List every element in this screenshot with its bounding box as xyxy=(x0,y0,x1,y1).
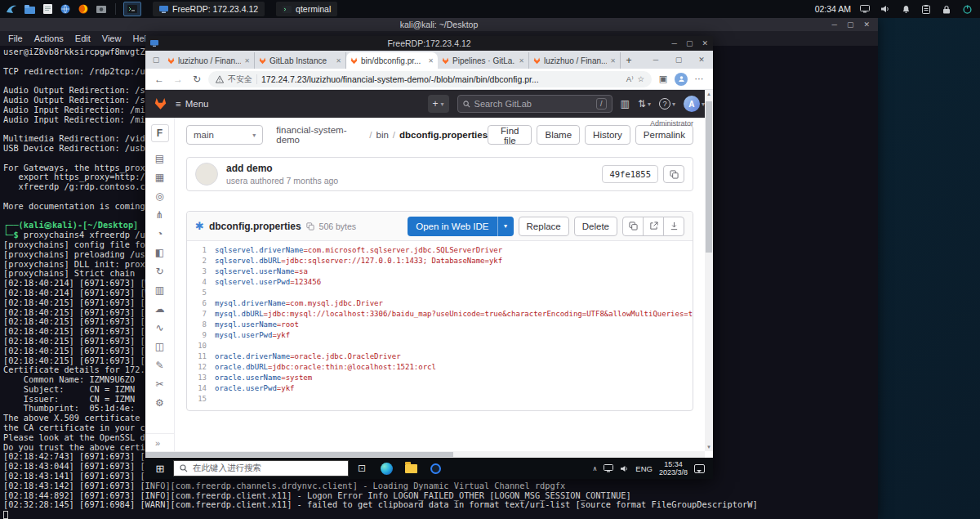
scrollbar-thumb[interactable] xyxy=(145,452,453,457)
freerdp-titlebar[interactable]: FreeRDP:172.23.4.12 ─ ▢ ✕ xyxy=(145,36,713,51)
line-number[interactable]: 11 xyxy=(187,352,215,360)
tab-close-icon[interactable]: ✕ xyxy=(336,57,341,65)
url-text[interactable]: 172.24.7.23/luzizhuo/financial-system-de… xyxy=(261,74,622,84)
clipboard-icon[interactable] xyxy=(920,2,933,16)
browser-tab[interactable]: bin/dbconfig.pr...✕ xyxy=(346,52,438,69)
terminal-titlebar[interactable]: kali@kali: ~/Desktop ─ ▢ ✕ xyxy=(0,18,878,31)
tab-close-icon[interactable]: ✕ xyxy=(428,57,434,65)
sidebar-icon-merge-requests[interactable]: ⋔ xyxy=(145,205,174,224)
screenshot-tool-icon[interactable] xyxy=(95,2,108,16)
back-icon[interactable]: ← xyxy=(152,74,167,85)
sidebar-icon-snippets[interactable]: ✂ xyxy=(145,374,174,393)
copy-path-icon[interactable] xyxy=(306,222,314,230)
firefox-icon[interactable] xyxy=(77,2,90,16)
tab-workspaces-icon[interactable]: ▢ xyxy=(149,52,163,67)
breadcrumb-project[interactable]: financial-system-demo xyxy=(276,125,365,145)
notifications-bell-icon[interactable] xyxy=(899,2,912,16)
gitlab-logo-icon[interactable] xyxy=(154,97,167,110)
start-button[interactable]: ⊞ xyxy=(149,463,172,475)
terminal-menu-edit[interactable]: Edit xyxy=(75,34,91,43)
volume-icon[interactable] xyxy=(620,465,629,472)
line-number[interactable]: 7 xyxy=(187,310,215,318)
network-icon[interactable] xyxy=(604,464,613,472)
delete-button[interactable]: Delete xyxy=(574,217,617,236)
sidebar-icon-project-information[interactable]: ▤ xyxy=(145,149,174,168)
close-icon[interactable]: ✕ xyxy=(690,51,713,69)
open-raw-button[interactable] xyxy=(643,217,664,236)
volume-icon[interactable] xyxy=(879,2,892,16)
merge-requests-icon[interactable]: ⇅▾ xyxy=(638,98,651,110)
taskbar-search-input[interactable]: 在此键入进行搜索 xyxy=(173,460,349,476)
sidebar-icon-repository[interactable]: ▦ xyxy=(145,168,174,186)
sidebar-icon-monitor[interactable]: ∿ xyxy=(145,318,174,337)
line-number[interactable]: 14 xyxy=(187,384,215,392)
sidebar-icon-packages-registries[interactable]: ▥ xyxy=(145,280,174,299)
line-number[interactable]: 8 xyxy=(187,320,215,329)
project-avatar[interactable]: F xyxy=(151,124,169,142)
taskbar-clock[interactable]: 15:34 2023/3/8 xyxy=(659,460,688,476)
new-menu-button[interactable]: + ▾ xyxy=(428,95,449,113)
forward-icon[interactable]: → xyxy=(171,74,185,85)
taskbar-window-freerdp[interactable]: FreeRDP: 172.23.4.12 xyxy=(153,2,265,16)
line-number[interactable]: 4 xyxy=(187,278,215,286)
close-icon[interactable]: ✕ xyxy=(863,20,870,29)
minimize-icon[interactable]: ─ xyxy=(672,39,677,47)
open-web-ide-button[interactable]: Open in Web IDE ▾ xyxy=(408,217,513,236)
edge-icon[interactable] xyxy=(375,458,398,479)
close-icon[interactable]: ✕ xyxy=(702,39,708,47)
browser-menu-icon[interactable]: ⋯ xyxy=(692,74,706,84)
line-number[interactable]: 3 xyxy=(187,267,215,275)
user-avatar[interactable]: A▾ xyxy=(684,96,705,112)
active-terminal-icon[interactable] xyxy=(123,2,141,16)
sidebar-expand-icon[interactable]: » xyxy=(145,433,174,451)
web-browser-icon[interactable] xyxy=(59,2,72,16)
security-label[interactable]: 不安全 xyxy=(228,74,252,85)
read-aloud-icon[interactable]: A⁾ xyxy=(626,74,634,83)
lock-icon[interactable] xyxy=(940,2,953,16)
minimize-icon[interactable]: ─ xyxy=(832,20,837,29)
scroll-up-icon[interactable]: ▲ xyxy=(705,90,713,98)
horizontal-scrollbar[interactable] xyxy=(145,451,705,458)
maximize-icon[interactable]: ▢ xyxy=(847,20,854,29)
panel-clock[interactable]: 02:34 AM xyxy=(815,4,851,14)
action-permalink[interactable]: Permalink xyxy=(635,125,693,145)
favorites-star-icon[interactable]: ☆ xyxy=(637,74,644,83)
gitlab-search-input[interactable]: Search GitLab / xyxy=(457,95,612,113)
line-number[interactable]: 15 xyxy=(187,395,215,403)
scrollbar-thumb[interactable] xyxy=(706,101,712,253)
new-tab-button[interactable]: + xyxy=(621,52,637,69)
line-number[interactable]: 6 xyxy=(187,299,215,307)
text-editor-icon[interactable] xyxy=(41,2,54,16)
action-find-file[interactable]: Find file xyxy=(488,125,532,145)
download-button[interactable] xyxy=(663,217,684,236)
power-icon[interactable] xyxy=(960,2,973,16)
tab-close-icon[interactable]: ✕ xyxy=(519,57,524,65)
browser-tab[interactable]: Pipelines · GitLa...✕ xyxy=(438,52,529,69)
commit-title-link[interactable]: add demo xyxy=(226,163,338,174)
browser-profile-avatar[interactable] xyxy=(675,73,688,86)
file-explorer-icon[interactable] xyxy=(399,458,422,479)
line-number[interactable]: 1 xyxy=(187,246,215,254)
sidebar-icon-wiki[interactable]: ✎ xyxy=(145,356,174,374)
action-blame[interactable]: Blame xyxy=(537,125,580,145)
vertical-scrollbar[interactable]: ▲ ▼ xyxy=(705,90,713,451)
breadcrumb-folder[interactable]: bin xyxy=(376,130,388,140)
gitlab-menu-button[interactable]: ≡ Menu xyxy=(176,99,209,109)
commit-author-avatar[interactable] xyxy=(195,163,218,186)
branch-selector[interactable]: main ▾ xyxy=(186,125,263,145)
maximize-icon[interactable]: ▢ xyxy=(667,51,690,69)
sidebar-icon-security-compliance[interactable]: ◧ xyxy=(145,243,174,262)
line-number[interactable]: 5 xyxy=(187,289,215,297)
line-number[interactable]: 10 xyxy=(187,342,215,350)
chevron-down-icon[interactable]: ▾ xyxy=(497,217,514,236)
scroll-down-icon[interactable]: ▼ xyxy=(705,443,713,451)
line-number[interactable]: 2 xyxy=(187,257,215,265)
sidebar-icon-settings[interactable]: ⚙ xyxy=(145,393,174,412)
notification-center-icon[interactable] xyxy=(694,464,705,473)
sidebar-icon-analytics[interactable]: ◫ xyxy=(145,337,174,356)
sidebar-icon-issues[interactable]: ◎ xyxy=(145,186,174,205)
terminal-menu-view[interactable]: View xyxy=(102,34,122,43)
line-number[interactable]: 9 xyxy=(187,331,215,339)
line-number[interactable]: 12 xyxy=(187,363,215,371)
line-number[interactable]: 13 xyxy=(187,374,215,382)
